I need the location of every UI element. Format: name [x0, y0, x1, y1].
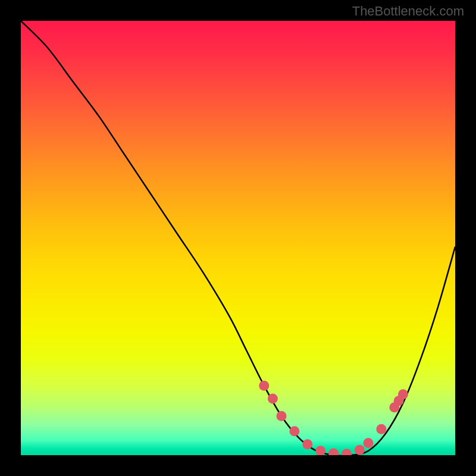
curve-marker	[376, 424, 386, 434]
curve-marker	[268, 394, 278, 404]
curve-marker	[342, 449, 352, 455]
chart-area	[21, 21, 455, 455]
curve-marker	[398, 389, 408, 399]
bottleneck-curve	[21, 21, 455, 455]
attribution-text: TheBottleneck.com	[352, 4, 464, 19]
curve-marker	[289, 426, 299, 436]
curve-marker	[315, 446, 325, 455]
chart-svg	[21, 21, 455, 455]
curve-marker	[364, 438, 374, 448]
curve-marker	[277, 411, 287, 421]
curve-marker	[355, 445, 365, 455]
curve-marker	[302, 439, 312, 449]
curve-marker	[328, 449, 339, 455]
marker-group	[259, 381, 408, 455]
curve-marker	[259, 381, 269, 391]
